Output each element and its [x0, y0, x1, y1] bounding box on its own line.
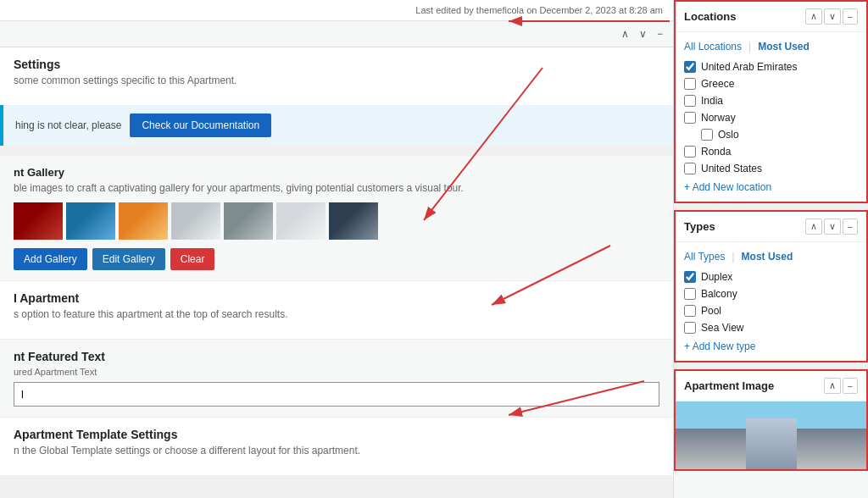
location-us-checkbox[interactable] — [684, 163, 696, 174]
locations-filter-tabs: All Locations | Most Used — [684, 41, 858, 53]
location-norway: Norway — [684, 112, 858, 124]
locations-panel-title: Locations — [684, 10, 736, 23]
types-most-used-tab[interactable]: Most Used — [742, 251, 793, 263]
type-sea-view-label: Sea View — [701, 322, 743, 334]
gallery-thumb-7 — [329, 202, 378, 240]
types-panel-title: Types — [684, 220, 715, 233]
info-box: hing is not clear, please Check our Docu… — [0, 105, 673, 146]
location-us-label: United States — [701, 163, 762, 174]
last-edited-text: Last edited by themeficola on December 2… — [415, 5, 663, 15]
type-balcony-checkbox[interactable] — [684, 288, 696, 300]
clear-button[interactable]: Clear — [170, 248, 215, 270]
main-layout: Last edited by themeficola on December 2… — [0, 0, 868, 498]
add-type-link[interactable]: + Add New type — [684, 340, 858, 352]
location-uae: United Arab Emirates — [684, 61, 858, 73]
location-uae-checkbox[interactable] — [684, 61, 696, 73]
location-us: United States — [684, 163, 858, 174]
check-doc-button[interactable]: Check our Documentation — [130, 113, 271, 137]
location-greece-label: Greece — [701, 78, 734, 90]
section-up-btn[interactable]: ∧ — [618, 26, 632, 42]
featured-text-label: ured Apartment Text — [14, 367, 659, 377]
locations-collapse-btn[interactable]: − — [843, 8, 858, 25]
add-location-link[interactable]: + Add New location — [684, 181, 858, 193]
apt-image-collapse-btn[interactable]: ∧ — [824, 378, 841, 394]
location-norway-checkbox[interactable] — [684, 112, 696, 124]
location-ronda: Ronda — [684, 146, 858, 158]
section-collapse-btn[interactable]: − — [654, 26, 666, 42]
section-down-btn[interactable]: ∨ — [636, 26, 650, 42]
featured-text-input[interactable] — [14, 382, 659, 407]
apartment-section-desc: s option to feature this apartment at th… — [14, 308, 659, 320]
types-panel-content: All Types | Most Used Duplex Balcony — [676, 242, 866, 361]
template-settings-section: Apartment Template Settings n the Global… — [0, 417, 673, 475]
main-content: Last edited by themeficola on December 2… — [0, 0, 673, 498]
type-pool-label: Pool — [701, 305, 721, 317]
locations-all-tab[interactable]: All Locations — [684, 41, 742, 53]
last-edited-bar: Last edited by themeficola on December 2… — [0, 0, 673, 21]
info-text: hing is not clear, please — [15, 119, 121, 131]
gallery-thumb-6 — [276, 202, 326, 240]
location-ronda-checkbox[interactable] — [684, 146, 696, 158]
locations-panel-controls: ∧ ∨ − — [805, 8, 858, 25]
location-india-checkbox[interactable] — [684, 95, 696, 107]
location-uae-label: United Arab Emirates — [701, 61, 797, 73]
locations-most-used-tab[interactable]: Most Used — [758, 41, 810, 53]
types-collapse-btn[interactable]: − — [843, 219, 858, 235]
types-all-tab[interactable]: All Types — [684, 251, 725, 263]
apartment-image-panel: Apartment Image ∧ − — [674, 369, 868, 471]
apartment-section-title: I Apartment — [14, 291, 659, 305]
types-up-btn[interactable]: ∧ — [805, 219, 822, 235]
type-duplex-label: Duplex — [701, 271, 732, 283]
type-balcony: Balcony — [684, 288, 858, 300]
gallery-images — [14, 202, 659, 240]
location-oslo: Oslo — [701, 129, 858, 141]
add-gallery-button[interactable]: Add Gallery — [14, 248, 87, 270]
page-wrapper: Last edited by themeficola on December 2… — [0, 0, 868, 498]
types-filter-tabs: All Types | Most Used — [684, 251, 858, 263]
gallery-desc: ble images to craft a captivating galler… — [14, 182, 659, 194]
types-down-btn[interactable]: ∨ — [824, 219, 841, 235]
type-duplex: Duplex — [684, 271, 858, 283]
featured-text-section: nt Featured Text ured Apartment Text — [0, 339, 673, 417]
settings-desc: some common settings specific to this Ap… — [14, 75, 659, 86]
types-panel: Types ∧ ∨ − All Types | Most Used — [674, 210, 868, 362]
location-ronda-label: Ronda — [701, 146, 731, 158]
gallery-buttons: Add Gallery Edit Gallery Clear — [14, 248, 659, 270]
apartment-image-title: Apartment Image — [684, 379, 774, 392]
template-settings-desc: n the Global Template settings or choose… — [14, 445, 659, 456]
section-controls: ∧ ∨ − — [0, 21, 673, 47]
building-shape — [746, 418, 797, 469]
settings-title: Settings — [14, 58, 659, 71]
gallery-thumb-3 — [119, 202, 168, 240]
featured-text-title: nt Featured Text — [14, 350, 659, 363]
locations-panel-content: All Locations | Most Used United Arab Em… — [676, 32, 866, 202]
type-duplex-checkbox[interactable] — [684, 271, 696, 283]
locations-up-btn[interactable]: ∧ — [805, 8, 822, 25]
apartment-image-header: Apartment Image ∧ − — [676, 371, 866, 401]
types-panel-header: Types ∧ ∨ − — [676, 212, 866, 242]
type-sea-view: Sea View — [684, 322, 858, 334]
building-visual — [676, 401, 866, 469]
location-india: India — [684, 95, 858, 107]
gallery-thumb-2 — [66, 202, 115, 240]
type-sea-view-checkbox[interactable] — [684, 322, 696, 334]
locations-panel-header: Locations ∧ ∨ − — [676, 2, 866, 32]
type-pool-checkbox[interactable] — [684, 305, 696, 317]
panel-gap-2 — [674, 362, 868, 369]
location-greece-checkbox[interactable] — [684, 78, 696, 90]
location-india-label: India — [701, 95, 723, 107]
sidebar: Locations ∧ ∨ − All Locations | Most Use… — [673, 0, 868, 498]
apartment-image-controls: ∧ − — [824, 378, 858, 394]
location-oslo-label: Oslo — [718, 129, 739, 141]
location-norway-label: Norway — [701, 112, 736, 124]
edit-gallery-button[interactable]: Edit Gallery — [92, 248, 165, 270]
template-settings-title: Apartment Template Settings — [14, 428, 659, 441]
gallery-thumb-4 — [171, 202, 220, 240]
apartment-section: I Apartment s option to feature this apa… — [0, 280, 673, 339]
location-oslo-checkbox[interactable] — [701, 129, 713, 141]
apartment-image-preview — [676, 401, 866, 469]
type-pool: Pool — [684, 305, 858, 317]
locations-down-btn[interactable]: ∨ — [824, 8, 841, 25]
gallery-thumb-1 — [14, 202, 63, 240]
apt-image-arrow-btn[interactable]: − — [843, 378, 858, 394]
